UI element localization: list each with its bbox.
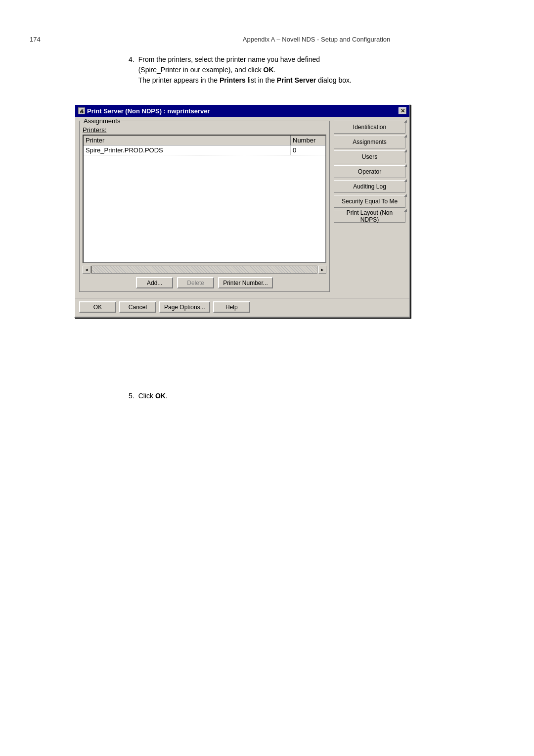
tab-print-layout[interactable]: Print Layout (Non NDPS) — [334, 210, 405, 223]
assignments-group-label: Assignments — [83, 117, 121, 125]
step5-bold: OK — [155, 392, 166, 400]
add-button[interactable]: Add... — [136, 277, 173, 288]
instruction-step5: 5. Click OK. — [129, 391, 168, 401]
dialog-left-panel: Assignments Printers: Printer Number Spi… — [79, 121, 330, 294]
tab-identification[interactable]: Identification — [334, 121, 405, 134]
printer-table: Printer Number Spire_Printer.PROD.PODS 0 — [83, 135, 326, 263]
tab-panel: Identification Assignments Users Operato… — [334, 121, 405, 294]
printers-label: Printers: — [83, 126, 326, 134]
tab-auditing-log[interactable]: Auditing Log — [334, 180, 405, 193]
instruction-step4: 4. From the printers, select the printer… — [129, 54, 504, 86]
col-header-number: Number — [291, 136, 325, 145]
step-number: 4. — [129, 54, 134, 86]
scroll-right-button[interactable]: ► — [318, 266, 326, 274]
titlebar-left: 🖨 Print Server (Non NDPS) : nwprintserve… — [78, 107, 210, 115]
table-row[interactable]: Spire_Printer.PROD.PODS 0 — [84, 145, 325, 155]
step5-text-end: . — [166, 392, 168, 400]
page-options-button[interactable]: Page Options... — [159, 301, 210, 313]
help-button[interactable]: Help — [213, 301, 250, 313]
step5-text-start: Click — [138, 392, 155, 400]
dialog-body: Assignments Printers: Printer Number Spi… — [75, 117, 409, 298]
instruction-line3: The printer appears in the Printers list… — [138, 75, 352, 86]
ok-button[interactable]: OK — [79, 301, 116, 313]
step5-number: 5. — [129, 391, 134, 401]
print-server-dialog: 🖨 Print Server (Non NDPS) : nwprintserve… — [74, 104, 410, 318]
instruction-line1: From the printers, select the printer na… — [138, 54, 352, 65]
page-number: 174 — [30, 36, 41, 43]
table-header: Printer Number — [84, 136, 325, 145]
row-printer-number: 0 — [291, 145, 325, 155]
tab-users[interactable]: Users — [334, 150, 405, 163]
table-action-buttons: Add... Delete Printer Number... — [83, 277, 326, 288]
dialog-title: Print Server (Non NDPS) : nwprintserver — [87, 107, 210, 115]
cancel-button[interactable]: Cancel — [119, 301, 156, 313]
dialog-app-icon: 🖨 — [78, 107, 85, 114]
scrollbar-track[interactable] — [91, 266, 317, 274]
dialog-titlebar: 🖨 Print Server (Non NDPS) : nwprintserve… — [75, 105, 409, 117]
tab-security-equal-to-me[interactable]: Security Equal To Me — [334, 195, 405, 208]
page-header: Appendix A – Novell NDS - Setup and Conf… — [129, 36, 504, 43]
tab-assignments[interactable]: Assignments — [334, 136, 405, 148]
printer-number-button[interactable]: Printer Number... — [218, 277, 273, 288]
delete-button[interactable]: Delete — [177, 277, 214, 288]
horizontal-scrollbar[interactable]: ◄ ► — [83, 265, 326, 274]
scroll-left-button[interactable]: ◄ — [83, 266, 90, 274]
tab-operator[interactable]: Operator — [334, 165, 405, 178]
instruction-line2: (Spire_Printer in our example), and clic… — [138, 65, 352, 75]
close-button[interactable]: ✕ — [399, 107, 406, 114]
assignments-group: Assignments Printers: Printer Number Spi… — [79, 121, 330, 292]
row-printer-name: Spire_Printer.PROD.PODS — [84, 145, 291, 155]
dialog-footer: OK Cancel Page Options... Help — [75, 298, 409, 317]
col-header-printer: Printer — [84, 136, 291, 145]
